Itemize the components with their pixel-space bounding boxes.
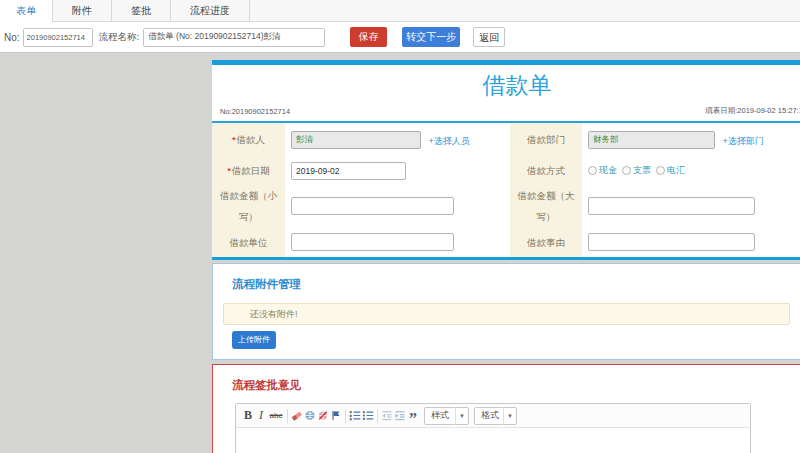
- forward-next-button[interactable]: 转交下一步: [402, 27, 460, 47]
- no-attachment-alert: 还没有附件!: [223, 303, 790, 325]
- select-person-link[interactable]: +选择人员: [428, 136, 469, 146]
- amount-upper-input[interactable]: [588, 197, 755, 215]
- tab-attachment[interactable]: 附件: [53, 0, 112, 22]
- loan-reason-input[interactable]: [588, 233, 755, 251]
- page-content: 借款单 No:20190902152714 填表日期:2019-09-02 15…: [0, 53, 800, 453]
- tab-bar: 表单 附件 签批 流程进度: [0, 0, 800, 22]
- attachments-panel: 流程附件管理 还没有附件! 上传附件: [212, 263, 800, 360]
- attachments-title: 流程附件管理: [213, 264, 800, 292]
- outdent-icon[interactable]: [381, 407, 393, 424]
- radio-wire-circle[interactable]: [656, 166, 665, 175]
- no-label: No:: [4, 32, 20, 43]
- anchor-flag-icon[interactable]: [330, 407, 342, 424]
- comment-editor: B I abc: [235, 403, 751, 453]
- loan-date-input[interactable]: [291, 162, 406, 180]
- amount-lower-label-cell: 借款金额（小写）: [212, 185, 285, 227]
- borrower-input: [291, 131, 421, 149]
- tab-form[interactable]: 表单: [0, 0, 53, 22]
- indent-icon[interactable]: [394, 407, 406, 424]
- bold-icon[interactable]: B: [242, 407, 254, 424]
- strikethrough-icon[interactable]: abc: [268, 407, 284, 424]
- method-label-cell: 借款方式: [510, 156, 582, 185]
- tab-sign[interactable]: 签批: [112, 0, 171, 22]
- signature-panel: 流程签批意见 B I abc: [212, 364, 800, 453]
- no-input[interactable]: [23, 28, 93, 47]
- radio-wire[interactable]: 电汇: [656, 164, 685, 177]
- unit-label-cell: 借款单位: [212, 227, 285, 257]
- department-input: [588, 131, 715, 149]
- format-dropdown[interactable]: 格式▼: [474, 407, 517, 425]
- flow-name-label: 流程名称:: [99, 31, 140, 44]
- chevron-down-icon: ▼: [455, 407, 468, 425]
- form-date: 填表日期:2019-09-02 15:27:14: [705, 106, 800, 116]
- signature-title: 流程签批意见: [213, 365, 800, 393]
- loan-method-radios: 现金 支票 电汇: [588, 164, 800, 177]
- amount-lower-input[interactable]: [291, 197, 454, 215]
- remove-format-icon[interactable]: [291, 407, 303, 424]
- flow-name-input[interactable]: [143, 28, 325, 47]
- radio-cash[interactable]: 现金: [588, 164, 617, 177]
- radio-cheque[interactable]: 支票: [622, 164, 651, 177]
- loan-form-panel: 借款单 No:20190902152714 填表日期:2019-09-02 15…: [212, 60, 800, 258]
- chevron-down-icon: ▼: [503, 407, 516, 425]
- form-no: No:20190902152714: [220, 107, 290, 116]
- radio-cheque-circle[interactable]: [622, 166, 631, 175]
- borrower-label-cell: *借款人: [212, 123, 285, 156]
- top-header: 表单 附件 签批 流程进度 No: 流程名称: 保存 转交下一步 返回: [0, 0, 800, 53]
- form-title: 借款单: [212, 65, 800, 99]
- reason-label-cell: 借款事由: [510, 227, 582, 257]
- date-label-cell: *借款日期: [212, 156, 285, 185]
- italic-icon[interactable]: I: [255, 407, 267, 424]
- form-info-row: No:20190902152714 填表日期:2019-09-02 15:27:…: [212, 99, 800, 123]
- select-department-link[interactable]: +选择部门: [722, 136, 763, 146]
- bullet-list-icon[interactable]: [362, 407, 374, 424]
- editor-toolbar: B I abc: [236, 404, 750, 428]
- unlink-icon[interactable]: [317, 407, 329, 424]
- save-button[interactable]: 保存: [350, 27, 387, 47]
- radio-cash-circle[interactable]: [588, 166, 597, 175]
- style-dropdown[interactable]: 样式▼: [424, 407, 469, 425]
- toolbar-row: No: 流程名称: 保存 转交下一步 返回: [0, 22, 800, 52]
- upload-attachment-button[interactable]: 上传附件: [232, 331, 276, 349]
- tab-progress[interactable]: 流程进度: [171, 0, 250, 22]
- amount-upper-label-cell: 借款金额（大写）: [510, 185, 582, 227]
- blockquote-icon[interactable]: ”: [407, 407, 419, 424]
- loan-unit-input[interactable]: [291, 233, 454, 251]
- department-label-cell: 借款部门: [510, 123, 582, 156]
- numbered-list-icon[interactable]: [349, 407, 361, 424]
- back-button[interactable]: 返回: [473, 27, 505, 47]
- link-icon[interactable]: [304, 407, 316, 424]
- loan-form-table: *借款人 +选择人员 借款部门 +选择部门 *借款日期 借款方式 现金: [212, 123, 800, 257]
